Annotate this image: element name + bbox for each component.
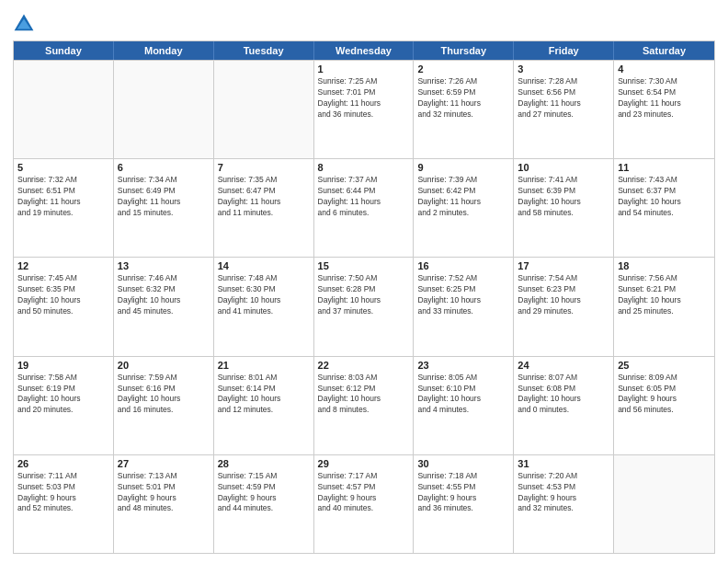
day-number: 13 — [118, 260, 210, 271]
day-info: Sunrise: 7:26 AM Sunset: 6:59 PM Dayligh… — [417, 76, 509, 121]
calendar-cell — [614, 455, 714, 553]
day-info: Sunrise: 7:25 AM Sunset: 7:01 PM Dayligh… — [318, 76, 410, 121]
calendar-cell: 14Sunrise: 7:48 AM Sunset: 6:30 PM Dayli… — [214, 258, 314, 355]
calendar-cell: 1Sunrise: 7:25 AM Sunset: 7:01 PM Daylig… — [314, 61, 415, 158]
weekday-header: Wednesday — [314, 41, 415, 60]
page: SundayMondayTuesdayWednesdayThursdayFrid… — [0, 0, 728, 563]
calendar-cell: 2Sunrise: 7:26 AM Sunset: 6:59 PM Daylig… — [414, 61, 514, 158]
calendar-cell: 23Sunrise: 8:05 AM Sunset: 6:10 PM Dayli… — [414, 357, 514, 454]
day-info: Sunrise: 7:28 AM Sunset: 6:56 PM Dayligh… — [518, 76, 609, 121]
calendar-cell — [114, 61, 214, 158]
calendar-cell: 25Sunrise: 8:09 AM Sunset: 6:05 PM Dayli… — [614, 357, 714, 454]
calendar-cell: 17Sunrise: 7:54 AM Sunset: 6:23 PM Dayli… — [514, 258, 614, 355]
day-number: 30 — [417, 458, 509, 469]
calendar-cell: 7Sunrise: 7:35 AM Sunset: 6:47 PM Daylig… — [214, 159, 314, 257]
calendar-row: 26Sunrise: 7:11 AM Sunset: 5:03 PM Dayli… — [14, 454, 714, 553]
weekday-header: Sunday — [14, 41, 114, 60]
calendar-cell: 12Sunrise: 7:45 AM Sunset: 6:35 PM Dayli… — [14, 258, 114, 355]
weekday-header: Thursday — [414, 41, 514, 60]
weekday-header: Saturday — [614, 41, 714, 60]
calendar-cell: 13Sunrise: 7:46 AM Sunset: 6:32 PM Dayli… — [114, 258, 214, 355]
logo — [13, 13, 39, 35]
day-info: Sunrise: 8:05 AM Sunset: 6:10 PM Dayligh… — [417, 373, 509, 417]
calendar-cell: 8Sunrise: 7:37 AM Sunset: 6:44 PM Daylig… — [314, 159, 415, 257]
day-number: 24 — [518, 360, 609, 371]
day-number: 1 — [318, 63, 410, 75]
day-number: 18 — [618, 260, 711, 271]
day-info: Sunrise: 7:54 AM Sunset: 6:23 PM Dayligh… — [518, 273, 609, 317]
day-number: 6 — [118, 162, 210, 173]
calendar-cell: 15Sunrise: 7:50 AM Sunset: 6:28 PM Dayli… — [314, 258, 415, 355]
day-info: Sunrise: 7:59 AM Sunset: 6:16 PM Dayligh… — [118, 373, 210, 417]
calendar-cell: 18Sunrise: 7:56 AM Sunset: 6:21 PM Dayli… — [614, 258, 714, 355]
day-number: 19 — [17, 360, 109, 371]
calendar-cell: 10Sunrise: 7:41 AM Sunset: 6:39 PM Dayli… — [514, 159, 614, 257]
calendar-header: SundayMondayTuesdayWednesdayThursdayFrid… — [14, 41, 714, 60]
day-info: Sunrise: 7:13 AM Sunset: 5:01 PM Dayligh… — [118, 471, 210, 515]
calendar-cell: 24Sunrise: 8:07 AM Sunset: 6:08 PM Dayli… — [514, 357, 614, 454]
calendar-cell — [14, 61, 114, 158]
day-info: Sunrise: 7:52 AM Sunset: 6:25 PM Dayligh… — [417, 273, 509, 317]
day-number: 26 — [17, 458, 109, 469]
day-info: Sunrise: 7:32 AM Sunset: 6:51 PM Dayligh… — [17, 175, 109, 219]
calendar-row: 19Sunrise: 7:58 AM Sunset: 6:19 PM Dayli… — [14, 356, 714, 454]
calendar-body: 1Sunrise: 7:25 AM Sunset: 7:01 PM Daylig… — [14, 60, 714, 553]
calendar-cell: 4Sunrise: 7:30 AM Sunset: 6:54 PM Daylig… — [614, 61, 714, 158]
day-number: 3 — [518, 63, 609, 75]
day-info: Sunrise: 7:50 AM Sunset: 6:28 PM Dayligh… — [318, 273, 410, 317]
day-info: Sunrise: 7:35 AM Sunset: 6:47 PM Dayligh… — [218, 175, 310, 219]
calendar-cell: 6Sunrise: 7:34 AM Sunset: 6:49 PM Daylig… — [114, 159, 214, 257]
day-number: 10 — [518, 162, 609, 173]
day-number: 4 — [618, 63, 711, 75]
day-number: 31 — [518, 458, 609, 469]
day-number: 15 — [318, 260, 410, 271]
day-info: Sunrise: 7:20 AM Sunset: 4:53 PM Dayligh… — [518, 471, 609, 515]
day-number: 25 — [618, 360, 711, 371]
day-number: 29 — [318, 458, 410, 469]
day-info: Sunrise: 7:56 AM Sunset: 6:21 PM Dayligh… — [618, 273, 711, 317]
day-number: 7 — [218, 162, 310, 173]
day-info: Sunrise: 8:01 AM Sunset: 6:14 PM Dayligh… — [218, 373, 310, 417]
day-info: Sunrise: 8:03 AM Sunset: 6:12 PM Dayligh… — [318, 373, 410, 417]
calendar-row: 1Sunrise: 7:25 AM Sunset: 7:01 PM Daylig… — [14, 60, 714, 158]
day-number: 11 — [618, 162, 711, 173]
day-info: Sunrise: 7:30 AM Sunset: 6:54 PM Dayligh… — [618, 76, 711, 121]
calendar-cell: 26Sunrise: 7:11 AM Sunset: 5:03 PM Dayli… — [14, 455, 114, 553]
day-number: 14 — [218, 260, 310, 271]
calendar-cell: 28Sunrise: 7:15 AM Sunset: 4:59 PM Dayli… — [214, 455, 314, 553]
day-number: 12 — [17, 260, 109, 271]
day-info: Sunrise: 7:58 AM Sunset: 6:19 PM Dayligh… — [17, 373, 109, 417]
calendar-cell: 16Sunrise: 7:52 AM Sunset: 6:25 PM Dayli… — [414, 258, 514, 355]
day-info: Sunrise: 7:15 AM Sunset: 4:59 PM Dayligh… — [218, 471, 310, 515]
day-info: Sunrise: 7:34 AM Sunset: 6:49 PM Dayligh… — [118, 175, 210, 219]
calendar-cell: 11Sunrise: 7:43 AM Sunset: 6:37 PM Dayli… — [614, 159, 714, 257]
day-number: 17 — [518, 260, 609, 271]
header — [13, 9, 715, 35]
calendar-cell: 30Sunrise: 7:18 AM Sunset: 4:55 PM Dayli… — [414, 455, 514, 553]
calendar-cell: 5Sunrise: 7:32 AM Sunset: 6:51 PM Daylig… — [14, 159, 114, 257]
day-number: 9 — [417, 162, 509, 173]
calendar-cell: 21Sunrise: 8:01 AM Sunset: 6:14 PM Dayli… — [214, 357, 314, 454]
logo-icon — [13, 13, 35, 35]
calendar-cell: 3Sunrise: 7:28 AM Sunset: 6:56 PM Daylig… — [514, 61, 614, 158]
calendar-cell: 19Sunrise: 7:58 AM Sunset: 6:19 PM Dayli… — [14, 357, 114, 454]
day-number: 2 — [417, 63, 509, 75]
day-number: 16 — [417, 260, 509, 271]
calendar-cell: 9Sunrise: 7:39 AM Sunset: 6:42 PM Daylig… — [414, 159, 514, 257]
calendar-row: 12Sunrise: 7:45 AM Sunset: 6:35 PM Dayli… — [14, 257, 714, 355]
day-info: Sunrise: 8:09 AM Sunset: 6:05 PM Dayligh… — [618, 373, 711, 417]
day-info: Sunrise: 7:37 AM Sunset: 6:44 PM Dayligh… — [318, 175, 410, 219]
calendar-cell — [214, 61, 314, 158]
calendar-cell: 31Sunrise: 7:20 AM Sunset: 4:53 PM Dayli… — [514, 455, 614, 553]
day-number: 20 — [118, 360, 210, 371]
day-number: 21 — [218, 360, 310, 371]
weekday-header: Tuesday — [214, 41, 314, 60]
day-number: 23 — [417, 360, 509, 371]
weekday-header: Friday — [514, 41, 614, 60]
weekday-header: Monday — [114, 41, 214, 60]
day-number: 28 — [218, 458, 310, 469]
calendar-row: 5Sunrise: 7:32 AM Sunset: 6:51 PM Daylig… — [14, 158, 714, 257]
day-info: Sunrise: 7:18 AM Sunset: 4:55 PM Dayligh… — [417, 471, 509, 515]
day-info: Sunrise: 7:39 AM Sunset: 6:42 PM Dayligh… — [417, 175, 509, 219]
calendar: SundayMondayTuesdayWednesdayThursdayFrid… — [13, 40, 715, 554]
